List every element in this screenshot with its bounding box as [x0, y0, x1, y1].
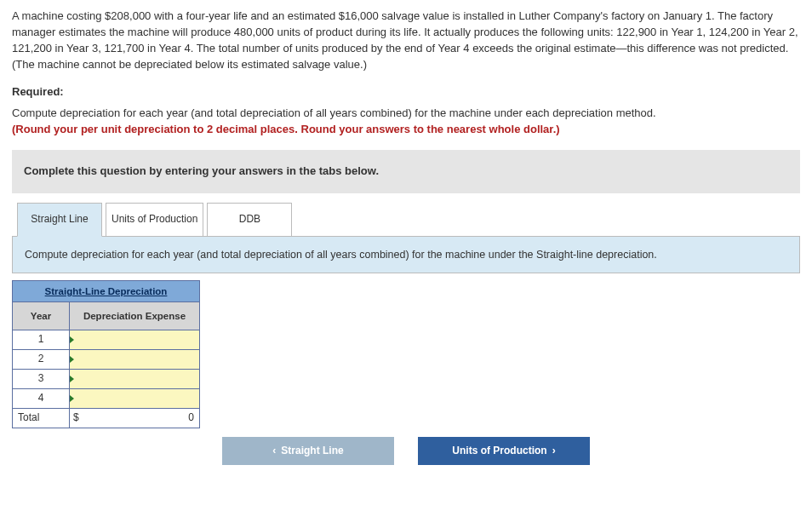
table-row: 4 [13, 388, 200, 408]
straight-line-table-wrap: Straight-Line Depreciation Year Deprecia… [12, 280, 800, 428]
sl-year-cell: 3 [13, 369, 70, 388]
chevron-left-icon: ‹ [272, 444, 276, 458]
table-row: 2 [13, 349, 200, 369]
next-tab-label: Units of Production [452, 444, 546, 458]
sl-total-label: Total [13, 408, 70, 428]
table-row: 1 [13, 330, 200, 349]
sl-table-title: Straight-Line Depreciation [13, 280, 200, 301]
tab-ddb[interactable]: DDB [207, 203, 292, 237]
tab-straight-line[interactable]: Straight Line [17, 203, 102, 237]
tab-strip: Straight Line Units of Production DDB [12, 193, 800, 236]
chevron-right-icon: › [552, 444, 556, 458]
table-row-total: Total $ 0 [13, 408, 200, 428]
prev-tab-button: ‹ Straight Line [222, 437, 394, 465]
sl-total-value-cell: $ 0 [70, 408, 200, 428]
sl-expense-input-y2[interactable] [70, 349, 200, 369]
tab-units-of-production[interactable]: Units of Production [106, 203, 203, 237]
table-row: 3 [13, 369, 200, 388]
required-instruction: Compute depreciation for each year (and … [12, 106, 800, 138]
answer-panel: Complete this question by entering your … [12, 150, 800, 465]
sl-year-cell: 1 [13, 330, 70, 349]
next-tab-button[interactable]: Units of Production › [418, 437, 590, 465]
currency-symbol: $ [73, 411, 79, 425]
tab-body-instruction: Compute depreciation for each year (and … [25, 247, 787, 262]
sl-col-year: Year [13, 301, 70, 330]
panel-instruction: Complete this question by entering your … [12, 150, 800, 193]
sl-expense-input-y3[interactable] [70, 369, 200, 388]
sl-year-cell: 4 [13, 388, 70, 408]
required-text: Compute depreciation for each year (and … [12, 106, 656, 119]
prev-tab-label: Straight Line [281, 444, 343, 458]
required-heading: Required: [12, 84, 800, 100]
straight-line-table: Straight-Line Depreciation Year Deprecia… [12, 280, 200, 428]
sl-total-value: 0 [75, 411, 194, 425]
sl-expense-input-y4[interactable] [70, 388, 200, 408]
sl-year-cell: 2 [13, 349, 70, 369]
sl-expense-input-y1[interactable] [70, 330, 200, 349]
tab-content-straight-line: Compute depreciation for each year (and … [12, 236, 800, 273]
sl-col-expense: Depreciation Expense [70, 301, 200, 330]
tab-nav-row: ‹ Straight Line Units of Production › [12, 437, 800, 465]
problem-statement: A machine costing $208,000 with a four-y… [12, 9, 800, 72]
rounding-note: (Round your per unit depreciation to 2 d… [12, 123, 560, 135]
